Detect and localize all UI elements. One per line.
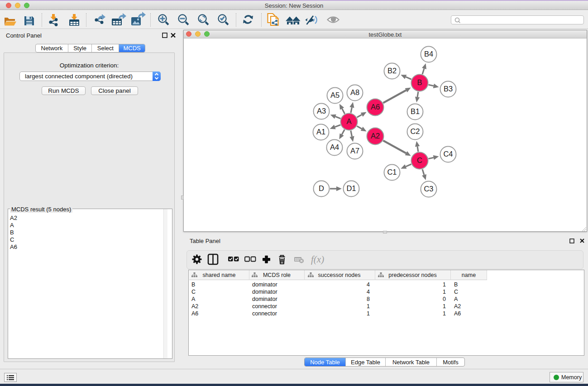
svg-text:C3: C3	[424, 185, 433, 193]
svg-text:B4: B4	[424, 50, 433, 58]
svg-text:C4: C4	[443, 150, 453, 158]
svg-text:B2: B2	[387, 67, 397, 75]
svg-text:A5: A5	[330, 91, 339, 99]
svg-text:A3: A3	[317, 107, 326, 115]
svg-text:B1: B1	[411, 107, 420, 115]
svg-text:C2: C2	[410, 127, 420, 135]
svg-text:A8: A8	[350, 88, 359, 96]
svg-text:f(x): f(x)	[311, 254, 324, 265]
svg-text:A2: A2	[371, 132, 380, 140]
svg-text:A: A	[346, 117, 351, 125]
svg-text:B: B	[417, 78, 422, 86]
svg-text:D: D	[319, 184, 324, 192]
svg-text:D1: D1	[346, 184, 356, 192]
svg-text:C1: C1	[387, 168, 397, 176]
svg-text:C: C	[417, 156, 422, 164]
svg-text:A1: A1	[316, 128, 325, 136]
svg-text:B3: B3	[444, 85, 453, 93]
svg-text:A7: A7	[350, 147, 359, 155]
svg-text:A4: A4	[330, 143, 339, 151]
svg-text:A6: A6	[371, 103, 380, 111]
